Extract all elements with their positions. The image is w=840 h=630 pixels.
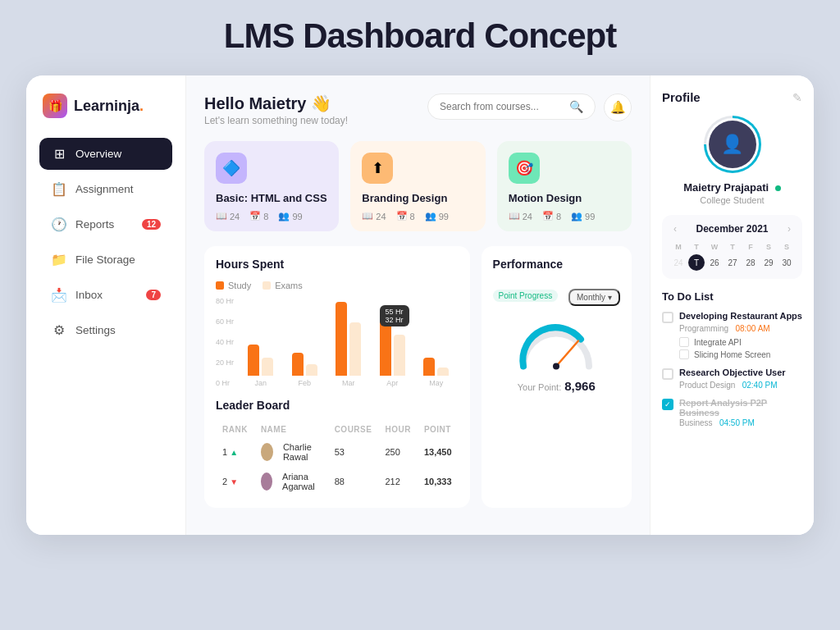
cal-day[interactable]: 28	[742, 254, 759, 271]
bar-exam-may	[437, 368, 449, 376]
chart-bars: Jan Feb	[239, 297, 459, 387]
leaderboard-title: Leader Board	[216, 399, 459, 412]
col-name: NAME	[254, 422, 328, 437]
col-course: COURSE	[328, 422, 379, 437]
bar-study-mar	[336, 302, 347, 376]
cal-day[interactable]: 27	[724, 254, 741, 271]
sub-todo-integrate: Integrate API	[679, 337, 802, 347]
hours-section: Hours Spent Study Exams 80 Hr 60 Hr	[204, 246, 470, 508]
legend-exams: Exams	[262, 281, 303, 290]
cal-day[interactable]: 26	[706, 254, 723, 271]
greeting-title: Hello Maietry 👋	[204, 94, 427, 113]
cal-day[interactable]: 29	[760, 254, 777, 271]
cal-prev-button[interactable]: ‹	[670, 223, 680, 235]
sidebar-item-settings[interactable]: ⚙ Settings	[39, 314, 172, 346]
sidebar-item-label: Overview	[75, 148, 121, 160]
bottom-section: Hours Spent Study Exams 80 Hr 60 Hr	[204, 246, 632, 508]
sub-checkbox[interactable]	[679, 349, 689, 359]
sidebar: 🎁 Learninja. ⊞ Overview 📋 Assignment 🕐 R…	[26, 75, 186, 535]
sidebar-item-assignment[interactable]: 📋 Assignment	[39, 173, 172, 205]
course-cell: 53	[328, 437, 379, 467]
course-card-branding[interactable]: ⬆ Branding Design 📖 24 📅 8 👥 99	[350, 141, 485, 231]
sidebar-item-filestorage[interactable]: 📁 File Storage	[39, 244, 172, 276]
inbox-badge: 7	[146, 290, 161, 300]
profile-panel: Profile ✎ 👤 Maietry Prajapati College St…	[650, 75, 814, 535]
todo-checkbox-2[interactable]	[662, 368, 673, 380]
course-meta-html: 📖 24 📅 8 👥 99	[216, 211, 327, 221]
settings-icon: ⚙	[51, 322, 67, 338]
exam-dot	[262, 281, 271, 290]
chart-tooltip: 55 Hr 32 Hr	[380, 305, 409, 326]
bar-exam-mar	[349, 322, 361, 376]
bar-exam-feb	[306, 364, 317, 376]
logo-text: Learninja.	[74, 98, 144, 115]
monthly-filter-button[interactable]: Monthly ▾	[568, 289, 620, 306]
todo-checkbox-3[interactable]: ✓	[662, 399, 673, 410]
cal-next-button[interactable]: ›	[784, 223, 794, 235]
hour-cell: 250	[378, 437, 417, 467]
rank-trend-up: ▲	[230, 448, 238, 457]
cal-day[interactable]: 30	[778, 254, 795, 271]
name-cell: Ariana Agarwal	[254, 467, 328, 496]
todo-meta-1: Programming 08:00 AM	[679, 324, 802, 333]
chart-y-labels: 80 Hr 60 Hr 40 Hr 20 Hr 0 Hr	[216, 297, 234, 387]
gauge-chart	[515, 319, 597, 372]
greeting-subtitle: Let's learn something new today!	[204, 115, 427, 126]
hours-title: Hours Spent	[216, 258, 459, 271]
profile-header: Profile ✎	[662, 90, 802, 104]
rank-cell: 2 ▼	[216, 467, 254, 496]
course-title-branding: Branding Design	[362, 192, 473, 204]
rank-trend-down: ▼	[230, 477, 238, 486]
sub-checkbox[interactable]	[679, 337, 689, 347]
col-point: POINT	[418, 422, 459, 437]
main-header: Hello Maietry 👋 Let's learn something ne…	[204, 94, 632, 126]
edit-icon[interactable]: ✎	[792, 91, 802, 104]
avatar-ring: 👤	[704, 116, 761, 173]
course-icon-branding: ⬆	[362, 153, 393, 184]
course-lessons: 📖 24	[509, 211, 532, 221]
course-card-motion[interactable]: 🎯 Motion Design 📖 24 📅 8 👥 99	[497, 141, 632, 231]
profile-title: Profile	[662, 90, 701, 104]
profile-role: College Student	[662, 195, 802, 205]
svg-point-1	[553, 363, 559, 370]
page-title: LMS Dashboard Concept	[224, 16, 616, 56]
sidebar-item-label: Settings	[75, 324, 116, 336]
cal-day-header: T	[724, 241, 741, 253]
logo-area: 🎁 Learninja.	[39, 94, 172, 118]
cal-day-header: W	[706, 241, 723, 253]
course-title-html: Basic: HTML and CSS	[216, 192, 327, 204]
avatar	[261, 443, 273, 461]
notification-button[interactable]: 🔔	[604, 94, 632, 121]
course-card-html[interactable]: 🔷 Basic: HTML and CSS 📖 24 📅 8 👥 99	[204, 141, 339, 231]
bar-mar: Mar	[330, 302, 368, 387]
cal-today[interactable]: T	[688, 254, 705, 271]
cal-day-header: S	[778, 241, 795, 253]
search-input[interactable]	[440, 101, 563, 112]
legend-study: Study	[216, 281, 251, 290]
sidebar-item-inbox[interactable]: 📩 Inbox 7	[39, 279, 172, 311]
sub-todo-slicing: Slicing Home Screen	[679, 349, 802, 359]
bar-exam-jan	[262, 358, 273, 376]
todo-checkbox-1[interactable]	[662, 312, 673, 323]
sidebar-item-label: Assignment	[75, 183, 134, 195]
todo-item-1: Developing Restaurant Apps Programming 0…	[662, 311, 802, 359]
search-icon: 🔍	[569, 100, 583, 113]
sidebar-item-reports[interactable]: 🕐 Reports 12	[39, 208, 172, 240]
cal-day-header: S	[760, 241, 777, 253]
course-students: 👥 99	[278, 211, 302, 221]
todo-item-2: Research Objective User Product Design 0…	[662, 368, 802, 390]
leaderboard-table: RANK NAME COURSE HOUR POINT 1 ▲	[216, 422, 459, 496]
sidebar-item-overview[interactable]: ⊞ Overview	[39, 138, 172, 170]
course-title-motion: Motion Design	[509, 192, 620, 204]
course-assignments: 📅 8	[396, 211, 415, 221]
cal-day[interactable]: 24	[670, 254, 687, 271]
todo-name-1: Developing Restaurant Apps	[679, 311, 802, 321]
study-dot	[216, 281, 224, 290]
chart-container: 80 Hr 60 Hr 40 Hr 20 Hr 0 Hr	[216, 297, 459, 387]
todo-meta-2: Product Design 02:40 PM	[679, 381, 802, 390]
todo-row: Developing Restaurant Apps	[662, 311, 802, 323]
course-students: 👥 99	[571, 211, 595, 221]
sidebar-item-label: Reports	[75, 218, 114, 231]
sidebar-item-label: Inbox	[75, 289, 103, 301]
reports-badge: 12	[142, 219, 161, 230]
